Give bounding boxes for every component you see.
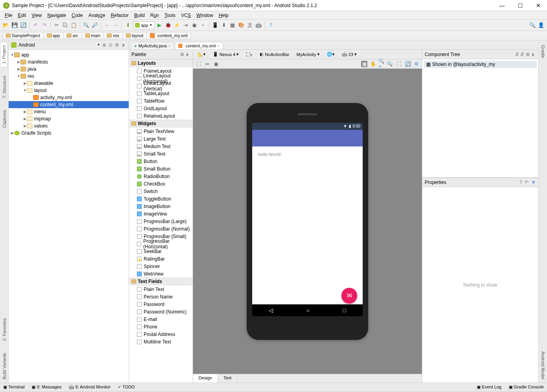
breadcrumb-item[interactable]: src	[63, 32, 82, 39]
undo-icon[interactable]: ↶	[32, 22, 39, 29]
save-icon[interactable]: 💾	[11, 22, 18, 29]
user-icon[interactable]: 👤	[538, 22, 545, 29]
sync-icon[interactable]: 🔄	[20, 22, 27, 29]
breadcrumb-item[interactable]: content_my.xml	[146, 32, 191, 39]
minimize-button[interactable]: —	[496, 2, 508, 9]
layout-icon[interactable]: ▦	[229, 22, 236, 29]
zoom-in-icon[interactable]: 🔍+	[378, 61, 385, 67]
menu-file[interactable]: File	[2, 12, 15, 19]
debug-icon[interactable]: 🐞	[165, 22, 172, 29]
help-icon[interactable]: ?	[267, 22, 274, 29]
search-everywhere-icon[interactable]: 🔍	[529, 22, 536, 29]
cut-icon[interactable]: ✂	[53, 22, 60, 29]
toolwindow-structure[interactable]: 7: Structure	[1, 73, 7, 101]
theme-icon[interactable]: 🎨	[238, 22, 245, 29]
zoom-out-icon[interactable]: 🔍-	[387, 61, 393, 67]
project-view-combo[interactable]: Android	[19, 42, 95, 48]
reset-icon[interactable]: ↶	[525, 180, 528, 185]
refresh-icon[interactable]: 🔄	[405, 61, 411, 67]
replace-icon[interactable]: 🔎	[91, 22, 98, 29]
forward-icon[interactable]: →	[112, 22, 119, 29]
toolwindow-gradle-console[interactable]: ▣ Gradle Console	[509, 384, 544, 390]
text-tab[interactable]: Text	[218, 374, 237, 383]
select-mode-icon[interactable]: ▦	[361, 61, 367, 67]
collapse-icon[interactable]: ⊕	[102, 42, 106, 48]
toolwindow-messages[interactable]: ▣ 0: Messages	[32, 384, 61, 390]
toolwindow-todo[interactable]: ✓ TODO	[118, 384, 135, 390]
apply-changes-icon[interactable]: ⚡	[173, 22, 180, 29]
breadcrumb-item[interactable]: layout	[122, 32, 147, 39]
project-tree[interactable]: ▼app ▶manifests ▶java ▼res ▶drawable ▼la…	[9, 50, 129, 383]
toolwindow-android-monitor[interactable]: 🤖 6: Android Monitor	[69, 384, 111, 390]
theme-combo[interactable]: ◐ NoActionBar	[257, 51, 292, 58]
palette-gear-icon[interactable]: ⚙ ⏵	[180, 52, 190, 57]
breadcrumb-item[interactable]: main	[82, 32, 104, 39]
menu-vcs[interactable]: VCS	[179, 12, 193, 19]
menu-tools[interactable]: Tools	[162, 12, 178, 19]
api-combo[interactable]: 🤖 23▾	[339, 51, 359, 58]
run-config-combo[interactable]: app ▼	[133, 21, 154, 29]
menu-refactor[interactable]: Refactor	[109, 12, 131, 19]
tree-tools[interactable]: ⇵ ⇵ ⚙ ⏵	[515, 52, 536, 57]
menu-analyze[interactable]: Analyze	[86, 12, 108, 19]
fab-button[interactable]: ✉	[341, 288, 357, 304]
back-icon[interactable]: ←	[103, 22, 111, 29]
menu-build[interactable]: Build	[132, 12, 147, 19]
paste-icon[interactable]: 📋	[70, 22, 77, 29]
toolwindow-eventlog[interactable]: ▣ Event Log	[477, 384, 502, 390]
open-icon[interactable]: 📂	[2, 22, 9, 29]
orientation-combo[interactable]: 📐▾	[195, 51, 208, 58]
gear-icon[interactable]: ⚙	[413, 61, 420, 67]
redo-icon[interactable]: ↷	[41, 22, 48, 29]
activity-combo[interactable]: MyActivity▾	[294, 51, 322, 58]
menu-edit[interactable]: Edit	[15, 12, 28, 19]
sdk-icon[interactable]: ⬇	[220, 22, 227, 29]
toolwindow-gradle[interactable]: Gradle	[540, 42, 546, 61]
shrink-icon[interactable]: ⇔	[204, 61, 210, 67]
locale-combo[interactable]: 🌐▾	[324, 51, 337, 58]
design-surface[interactable]: ▼ ▮ 6:00 Hello World! ✉ ◁ ○	[193, 69, 422, 374]
menu-help[interactable]: Help	[216, 12, 231, 19]
copy-icon[interactable]: ⿻	[62, 22, 69, 29]
menu-code[interactable]: Code	[69, 12, 85, 19]
close-button[interactable]: ✕	[533, 2, 544, 9]
config-combo[interactable]: ⛶▾	[244, 51, 255, 58]
toolwindow-captures[interactable]: Captures	[1, 107, 7, 131]
component-tree[interactable]: ▦Shown in @layout/activity_my	[422, 59, 538, 178]
toolwindow-android-model[interactable]: Android Model	[540, 348, 546, 383]
avd-icon[interactable]: 📱	[212, 22, 219, 29]
run-icon[interactable]: ▶	[156, 22, 163, 29]
hide-icon[interactable]: ⏵	[122, 42, 126, 48]
toolwindow-favorites[interactable]: 2: Favorites	[1, 315, 7, 344]
editor-tab-java[interactable]: ●MyActivity.java×	[131, 42, 174, 49]
find-icon[interactable]: 🔍	[82, 22, 90, 29]
trans-icon[interactable]: 文	[246, 22, 253, 29]
expand-icon[interactable]: ⛶	[195, 61, 202, 67]
toolwindow-terminal[interactable]: ▣ Terminal	[3, 384, 24, 390]
help-icon[interactable]: ?	[519, 180, 522, 185]
menu-run[interactable]: Run	[148, 12, 161, 19]
menu-navigate[interactable]: Navigate	[45, 12, 68, 19]
editor-tab-xml[interactable]: content_my.xml×	[175, 42, 223, 49]
android-icon2[interactable]: 🤖	[255, 22, 262, 29]
design-tab[interactable]: Design	[193, 374, 218, 383]
breadcrumb-item[interactable]: SampleProject	[2, 32, 44, 39]
device-combo[interactable]: 📱 Nexus 4▾	[210, 51, 241, 58]
attach-icon[interactable]: ⇥	[182, 22, 189, 29]
locate-icon[interactable]: ⊙	[109, 42, 112, 48]
breadcrumb-item[interactable]: app	[43, 32, 64, 39]
profile-icon[interactable]: ◉	[191, 22, 198, 29]
palette-list[interactable]: Layouts FrameLayout LinearLayout (Horizo…	[129, 59, 193, 383]
breadcrumb-item[interactable]: res	[103, 32, 122, 39]
wrap-icon[interactable]: ▣	[213, 61, 219, 67]
stop-icon[interactable]: ▪	[199, 22, 206, 29]
maximize-button[interactable]: ☐	[515, 2, 526, 9]
filter-icon[interactable]: ▼	[531, 180, 536, 185]
menu-view[interactable]: View	[29, 12, 44, 19]
toolwindow-project[interactable]: 1: Project	[1, 42, 7, 67]
make-icon[interactable]: ⬇	[124, 22, 131, 29]
pan-mode-icon[interactable]: ✋	[370, 61, 376, 67]
zoom-fit-icon[interactable]: ⛶	[396, 61, 402, 67]
menu-window[interactable]: Window	[194, 12, 215, 19]
toolwindow-build-variants[interactable]: Build Variants	[1, 350, 7, 383]
